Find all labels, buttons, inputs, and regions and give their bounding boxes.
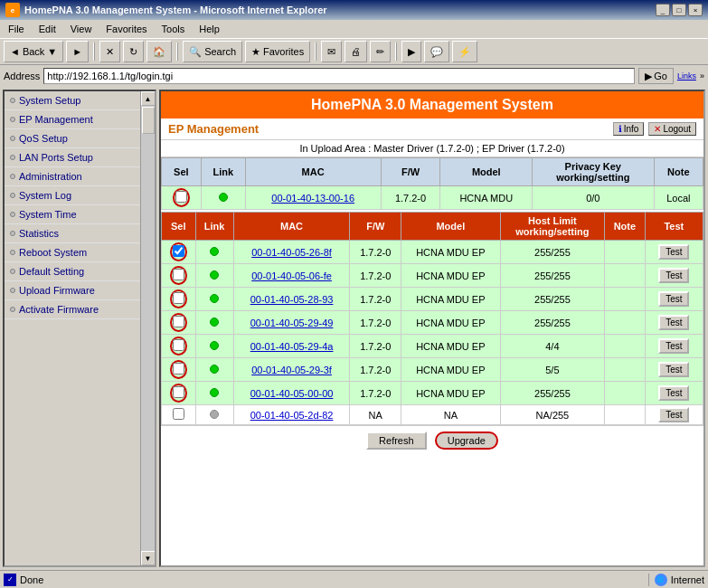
media-button[interactable]: ▶ (401, 41, 421, 62)
links-expand-icon[interactable]: » (700, 71, 704, 81)
ep-mac-link-8[interactable]: 00-01-40-05-2d-82 (250, 410, 334, 421)
sidebar-item-activate-firmware[interactable]: Activate Firmware (5, 300, 140, 319)
sidebar-item-upload-firmware[interactable]: Upload Firmware (5, 281, 140, 300)
master-checkbox-1[interactable] (175, 191, 187, 203)
search-icon: 🔍 (189, 46, 202, 58)
go-button[interactable]: ▶ Go (638, 68, 674, 84)
address-input[interactable] (43, 68, 635, 84)
ep-mac-link-1[interactable]: 00-01-40-05-26-8f (251, 247, 332, 258)
title-bar-buttons[interactable]: _ □ × (656, 4, 703, 16)
refresh-button-bottom[interactable]: Refresh (366, 432, 427, 450)
sidebar-item-reboot-system[interactable]: Reboot System (5, 243, 140, 262)
ep-checkbox-7[interactable] (173, 386, 184, 398)
back-arrow-icon: ◄ (10, 46, 20, 57)
ep-test-7[interactable]: Test (645, 382, 703, 405)
ep-test-2[interactable]: Test (645, 264, 703, 288)
refresh-button[interactable]: ↻ (123, 41, 144, 62)
ep-test-8[interactable]: Test (645, 405, 703, 425)
upgrade-button[interactable]: Upgrade (435, 432, 498, 450)
back-button[interactable]: ◄ Back ▼ (4, 41, 63, 62)
test-button-5[interactable]: Test (658, 338, 689, 354)
test-button-6[interactable]: Test (658, 362, 689, 377)
sidebar-item-system-time[interactable]: System Time (5, 205, 140, 224)
scrollbar-thumb[interactable] (142, 107, 155, 134)
maximize-button[interactable]: □ (672, 4, 686, 16)
ep-sel-6[interactable] (162, 358, 196, 382)
info-label: Info (624, 124, 639, 134)
ep-checkbox-2[interactable] (173, 269, 184, 280)
ep-sel-8[interactable] (162, 405, 196, 425)
minimize-button[interactable]: _ (656, 4, 670, 16)
bluetooth-button[interactable]: ⚡ (452, 41, 477, 62)
ep-mac-link-6[interactable]: 00-01-40-05-29-3f (251, 365, 332, 375)
test-button-3[interactable]: Test (658, 291, 689, 307)
ep-mac-link-7[interactable]: 00-01-40-05-00-00 (250, 388, 334, 399)
sidebar-item-ep-management[interactable]: EP Management (5, 110, 140, 129)
scroll-up-button[interactable]: ▲ (141, 91, 156, 106)
test-button-8[interactable]: Test (658, 407, 689, 422)
ep-mac-link-2[interactable]: 00-01-40-05-06-fe (251, 270, 332, 281)
ep-row-6: 00-01-40-05-29-3f1.7.2-0HCNA MDU EP5/5Te… (162, 358, 703, 382)
test-button-1[interactable]: Test (658, 244, 689, 260)
forward-button[interactable]: ► (66, 41, 89, 62)
stop-button[interactable]: ✕ (99, 41, 120, 62)
test-button-2[interactable]: Test (658, 268, 689, 283)
menu-tools[interactable]: Tools (159, 23, 188, 35)
ep-mac-link-5[interactable]: 00-01-40-05-29-4a (250, 341, 334, 352)
sidebar-item-system-log[interactable]: System Log (5, 186, 140, 205)
menu-file[interactable]: File (5, 23, 27, 35)
ep-checkbox-8[interactable] (173, 408, 184, 420)
ep-checkbox-3[interactable] (173, 292, 184, 304)
ep-checkbox-6[interactable] (173, 363, 184, 375)
ep-sel-3[interactable] (162, 288, 196, 311)
ep-test-6[interactable]: Test (645, 358, 703, 382)
master-col-privacy: Privacy Keyworking/setting (533, 158, 655, 186)
ep-checkbox-4[interactable] (173, 316, 184, 327)
sidebar-item-lan-ports-setup[interactable]: LAN Ports Setup (5, 148, 140, 167)
ep-sel-7[interactable] (162, 382, 196, 405)
ep-checkbox-1[interactable] (173, 245, 184, 257)
links-label[interactable]: Links (677, 71, 696, 81)
print-button[interactable]: 🖨 (345, 41, 367, 62)
sidebar-item-qos-setup[interactable]: QoS Setup (5, 129, 140, 148)
edit-button[interactable]: ✏ (370, 41, 391, 62)
ep-checkbox-circled-7 (170, 384, 187, 403)
ep-sel-4[interactable] (162, 311, 196, 335)
ep-sel-2[interactable] (162, 264, 196, 288)
master-mac-link-1[interactable]: 00-01-40-13-00-16 (271, 193, 354, 204)
ep-link-8 (195, 405, 233, 425)
ep-test-1[interactable]: Test (645, 241, 703, 264)
menu-edit[interactable]: Edit (36, 23, 59, 35)
search-button[interactable]: 🔍 Search (183, 41, 242, 62)
toolbar: ◄ Back ▼ ► ✕ ↻ 🏠 🔍 Search ★ Favorites ✉ … (0, 38, 708, 65)
messenger-button[interactable]: 💬 (424, 41, 449, 62)
ep-test-3[interactable]: Test (645, 288, 703, 311)
home-button[interactable]: 🏠 (146, 41, 172, 62)
menu-help[interactable]: Help (196, 23, 222, 35)
scroll-down-button[interactable]: ▼ (141, 551, 156, 565)
sidebar-item-statistics[interactable]: Statistics (5, 224, 140, 243)
ep-mac-link-4[interactable]: 00-01-40-05-29-49 (250, 318, 334, 328)
close-button[interactable]: × (688, 4, 703, 16)
favorites-button[interactable]: ★ Favorites (245, 41, 310, 62)
ep-note-8 (605, 405, 645, 425)
menu-view[interactable]: View (68, 23, 95, 35)
ep-link-2 (195, 264, 233, 288)
sidebar-item-system-setup[interactable]: System Setup (5, 91, 140, 110)
ep-checkbox-5[interactable] (173, 339, 184, 351)
ep-test-5[interactable]: Test (645, 335, 703, 358)
ep-sel-1[interactable] (162, 241, 196, 264)
info-button[interactable]: ℹ Info (613, 122, 645, 136)
back-dropdown-icon[interactable]: ▼ (47, 46, 57, 57)
sidebar-item-administration[interactable]: Administration (5, 167, 140, 186)
menu-favorites[interactable]: Favorites (103, 23, 149, 35)
ep-test-4[interactable]: Test (645, 311, 703, 335)
ep-mac-link-3[interactable]: 00-01-40-05-28-93 (250, 294, 334, 305)
mail-button[interactable]: ✉ (321, 41, 342, 62)
test-button-4[interactable]: Test (658, 315, 689, 330)
master-sel-1[interactable] (162, 186, 202, 210)
test-button-7[interactable]: Test (658, 385, 689, 401)
sidebar-item-default-setting[interactable]: Default Setting (5, 262, 140, 281)
logout-button[interactable]: ✕ Logout (648, 122, 696, 136)
ep-sel-5[interactable] (162, 335, 196, 358)
